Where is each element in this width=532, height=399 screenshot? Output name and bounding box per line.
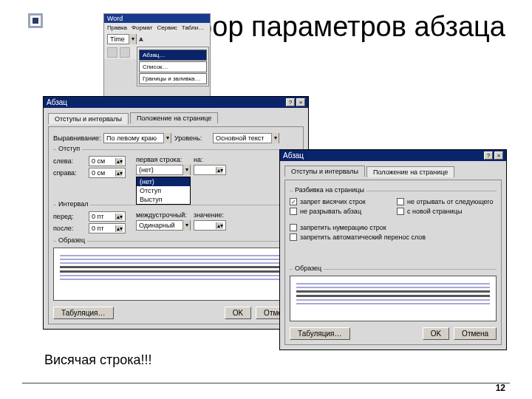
- help-icon[interactable]: ?: [286, 98, 295, 106]
- tab-indents[interactable]: Отступы и интервалы: [48, 113, 129, 124]
- format-menu-dropdown[interactable]: Абзац… Список… Границы и заливка…: [137, 47, 209, 86]
- close-icon[interactable]: ×: [494, 151, 503, 160]
- preview-group: Образец: [53, 241, 299, 301]
- menu-item[interactable]: Табли…: [182, 24, 204, 31]
- menu-item-list[interactable]: Список…: [139, 61, 207, 72]
- right-label: справа:: [53, 169, 86, 177]
- dialog-tabs: Отступы и интервалы Положение на страниц…: [284, 166, 502, 177]
- menu-item-paragraph[interactable]: Абзац…: [139, 50, 207, 61]
- firstline-on-label: на:: [194, 156, 208, 163]
- menu-item[interactable]: Правка: [107, 24, 127, 31]
- menu-item[interactable]: Сервис: [157, 24, 177, 31]
- space-after-input[interactable]: 0 пт▴▾: [89, 223, 126, 233]
- align-label: Выравнивание:: [53, 134, 100, 142]
- word-window: Word Правка Формат Сервис Табли… Time▾ A…: [103, 13, 211, 98]
- word-titlebar: Word: [104, 14, 210, 23]
- chk-page-break-before[interactable]: с новой страницы: [397, 208, 497, 215]
- tab-indents[interactable]: Отступы и интервалы: [284, 166, 365, 177]
- toolbar-button[interactable]: [120, 47, 130, 58]
- paragraph-dialog-indents: Абзац ? × Отступы и интервалы Положение …: [43, 96, 309, 330]
- linesp-label: междустрочный:: [136, 211, 191, 219]
- menu-item-borders[interactable]: Границы и заливка…: [139, 73, 207, 84]
- left-label: слева:: [53, 157, 86, 165]
- chk-keep-together[interactable]: не разрывать абзац: [290, 208, 389, 215]
- chk-widow-control[interactable]: ✓запрет висячих строк: [290, 198, 389, 205]
- dialog-titlebar: Абзац ? ×: [280, 150, 506, 161]
- preview-box: [53, 248, 299, 301]
- before-label: перед:: [53, 213, 86, 220]
- dropdown-option[interactable]: Отступ: [137, 186, 190, 195]
- after-label: после:: [53, 225, 86, 232]
- dialog-titlebar: Абзац ? ×: [44, 97, 308, 108]
- align-select[interactable]: По левому краю▾: [103, 133, 171, 143]
- help-icon[interactable]: ?: [484, 151, 493, 160]
- preview-box: [290, 276, 497, 321]
- tabstops-button[interactable]: Табуляция…: [53, 307, 114, 319]
- suppress-group: запретить нумерацию строк запретить авто…: [290, 220, 497, 241]
- slide-accent: [28, 13, 43, 28]
- paragraph-dialog-pageflow: Абзац ? × Отступы и интервалы Положение …: [279, 149, 507, 350]
- indent-group: Отступ слева:0 см▴▾ справа:0 см▴▾ первая…: [53, 149, 299, 180]
- linesp-on-label: значение:: [194, 211, 223, 219]
- chk-keep-with-next[interactable]: не отрывать от следующего: [397, 198, 497, 205]
- space-before-input[interactable]: 0 пт▴▾: [89, 211, 126, 222]
- page-number: 12: [496, 383, 505, 393]
- chk-suppress-line-numbers[interactable]: запретить нумерацию строк: [290, 224, 497, 231]
- cancel-button[interactable]: Отмена: [454, 327, 497, 340]
- linespacing-select[interactable]: Одинарный▾: [136, 220, 191, 231]
- tabstops-button[interactable]: Табуляция…: [290, 327, 350, 340]
- linespacing-value[interactable]: ▴▾: [194, 220, 226, 231]
- dialog-title: Абзац: [283, 151, 304, 160]
- close-icon[interactable]: ×: [296, 98, 305, 106]
- tab-pageflow[interactable]: Положение на странице: [130, 112, 218, 123]
- slide-caption: Висячая строка!!!: [44, 352, 152, 368]
- toolbar-button[interactable]: [107, 47, 117, 58]
- menu-item[interactable]: Формат: [132, 24, 152, 31]
- dropdown-option[interactable]: (нет): [137, 177, 190, 186]
- indent-right-input[interactable]: 0 см▴▾: [89, 168, 126, 178]
- firstline-value[interactable]: ▴▾: [194, 165, 226, 175]
- word-menubar[interactable]: Правка Формат Сервис Табли…: [104, 23, 210, 33]
- preview-group: Образец: [290, 269, 497, 321]
- tab-pageflow[interactable]: Положение на странице: [366, 166, 454, 177]
- firstline-dropdown-list[interactable]: (нет) Отступ Выступ: [136, 177, 191, 205]
- word-toolbar: Time▾ A: [104, 33, 210, 46]
- slide-divider: [22, 383, 510, 383]
- firstline-select[interactable]: (нет)▾: [136, 165, 191, 175]
- dialog-tabs: Отступы и интервалы Положение на страниц…: [48, 112, 304, 123]
- indent-left-input[interactable]: 0 см▴▾: [89, 156, 126, 166]
- pagination-group: Разбивка на страницы ✓запрет висячих стр…: [290, 191, 497, 217]
- level-label: Уровень:: [174, 134, 210, 142]
- font-selector[interactable]: Time▾: [107, 34, 137, 44]
- firstline-label: первая строка:: [136, 156, 191, 163]
- dropdown-option[interactable]: Выступ: [137, 195, 190, 204]
- level-select[interactable]: Основной текст▾: [213, 133, 279, 143]
- dialog-title: Абзац: [47, 98, 67, 106]
- chk-no-hyphen[interactable]: запретить автоматический перенос слов: [290, 233, 497, 241]
- ok-button[interactable]: OK: [225, 307, 251, 319]
- spacing-group: Интервал перед:0 пт▴▾ после:0 пт▴▾ между…: [53, 205, 299, 235]
- underline-icon[interactable]: A: [139, 36, 143, 43]
- ok-button[interactable]: OK: [423, 327, 449, 340]
